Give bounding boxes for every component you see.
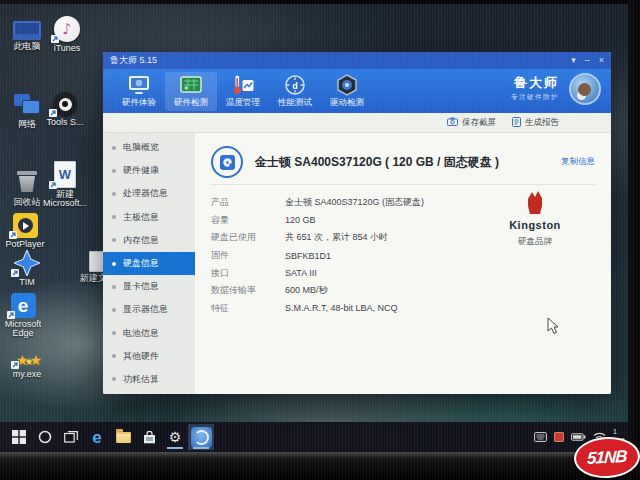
sidebar-item-other-hardware[interactable]: 其他硬件 <box>103 345 195 368</box>
taskbar: e ⚙ 1 202 <box>0 422 628 452</box>
laptop-bezel-bottom <box>0 452 640 480</box>
brand-caption: 硬盘品牌 <box>489 236 581 248</box>
disk-info-panel: 金士顿 SA400S37120G ( 120 GB / 固态硬盘 ) 复制信息 … <box>195 133 611 394</box>
shortcut-arrow-icon <box>49 109 57 117</box>
sidebar-item-disk[interactable]: 硬盘信息 <box>103 252 195 275</box>
chip-icon <box>179 74 203 96</box>
kingston-brand-badge: Kingston 硬盘品牌 <box>489 189 581 248</box>
potplayer-icon <box>10 210 40 238</box>
hex-gear-icon <box>335 74 359 96</box>
shortcut-arrow-icon <box>49 181 57 189</box>
sidebar-item-motherboard[interactable]: 主板信息 <box>103 206 195 229</box>
bullet-icon <box>112 146 116 150</box>
itunes-icon: ♪ <box>52 14 82 42</box>
report-icon <box>512 117 521 129</box>
camera-icon <box>447 117 458 128</box>
sidebar: 电脑概览 硬件健康 处理器信息 主板信息 内存信息 硬盘信息 显卡信息 显示器信… <box>103 133 195 394</box>
search-button[interactable] <box>32 424 58 450</box>
bullet-icon <box>112 238 116 242</box>
ludashi-window: 鲁大师 5.15 ▾ – × 硬件体验 硬件检测 温度管理 <box>103 52 611 394</box>
desktop-icon-potplayer[interactable]: PotPlayer <box>2 210 48 249</box>
bullet-icon <box>112 262 116 266</box>
window-title: 鲁大师 5.15 <box>110 54 157 67</box>
sidebar-item-gpu[interactable]: 显卡信息 <box>103 275 195 298</box>
recycle-bin-icon <box>12 168 42 196</box>
this-pc-icon <box>12 12 42 40</box>
minimize-button[interactable]: – <box>585 56 590 65</box>
edge-icon: e <box>8 290 38 318</box>
disk-icon <box>211 146 243 178</box>
taskbar-ludashi-icon[interactable] <box>188 424 214 450</box>
desktop-icon-tools[interactable]: Tools S... <box>42 88 88 127</box>
laptop-bezel-right <box>628 0 640 452</box>
taskbar-edge-icon[interactable]: e <box>84 424 110 450</box>
eye-logo-icon <box>50 88 80 116</box>
thermometer-icon <box>231 74 255 96</box>
svg-text:d: d <box>292 80 298 90</box>
start-button[interactable] <box>6 424 32 450</box>
sidebar-item-memory[interactable]: 内存信息 <box>103 229 195 252</box>
store-icon[interactable] <box>136 424 162 450</box>
tab-benchmark[interactable]: d 性能测试 <box>269 72 321 111</box>
save-screenshot-button[interactable]: 保存截屏 <box>447 117 496 129</box>
bullet-icon <box>112 331 116 335</box>
bullet-icon <box>112 215 116 219</box>
bullet-icon <box>112 169 116 173</box>
table-row: 固件SBFKB1D1 <box>211 247 595 265</box>
bullet-icon <box>112 354 116 358</box>
divider <box>211 184 595 185</box>
tab-hardware-detect[interactable]: 硬件检测 <box>165 72 217 111</box>
sidebar-item-overview[interactable]: 电脑概览 <box>103 136 195 159</box>
tim-icon <box>12 248 42 276</box>
close-button[interactable]: × <box>599 56 604 65</box>
tab-driver-detect[interactable]: 驱动检测 <box>321 72 373 111</box>
main-toolbar: 硬件体验 硬件检测 温度管理 d 性能测试 驱动检测 <box>103 69 611 113</box>
table-row: 数据传输率600 MB/秒 <box>211 282 595 300</box>
window-titlebar[interactable]: 鲁大师 5.15 ▾ – × <box>103 52 611 69</box>
network-icon <box>12 90 42 118</box>
tab-temperature[interactable]: 温度管理 <box>217 72 269 111</box>
ludashi-brand: 鲁大师 专注硬件防护 <box>511 74 559 102</box>
bullet-icon <box>112 192 116 196</box>
desktop: 此电脑 ♪ iTunes 网络 Tools S... 回收站 W 新建 Micr… <box>0 4 628 452</box>
sidebar-item-display[interactable]: 显示器信息 <box>103 298 195 321</box>
desktop-icon-tim[interactable]: TIM <box>4 248 50 287</box>
mascot-avatar <box>569 73 601 105</box>
tab-hardware-experience[interactable]: 硬件体验 <box>113 72 165 111</box>
table-row: 特征S.M.A.R.T, 48-bit LBA, NCQ <box>211 300 595 318</box>
touch-keyboard-icon[interactable] <box>534 432 547 442</box>
brand-name: 鲁大师 <box>511 74 559 92</box>
bullet-icon <box>112 308 116 312</box>
shortcut-arrow-icon <box>11 361 19 369</box>
task-view-button[interactable] <box>58 424 84 450</box>
table-row: 接口SATA III <box>211 264 595 282</box>
gauge-icon: d <box>283 74 307 96</box>
shortcut-arrow-icon <box>7 311 15 319</box>
menu-caret-icon[interactable]: ▾ <box>571 56 576 65</box>
monitor-icon <box>127 74 151 96</box>
disk-title: 金士顿 SA400S37120G ( 120 GB / 固态硬盘 ) <box>255 154 499 171</box>
bullet-icon <box>112 377 116 381</box>
desktop-icon-itunes[interactable]: ♪ iTunes <box>44 14 90 53</box>
desktop-icon-my-exe[interactable]: ★★★ my.exe <box>4 340 50 379</box>
desktop-icon-word-doc[interactable]: W 新建 Microsoft... <box>42 160 88 209</box>
sidebar-item-hardware-health[interactable]: 硬件健康 <box>103 159 195 182</box>
shortcut-arrow-icon <box>9 231 17 239</box>
sidebar-item-power-estimate[interactable]: 功耗估算 <box>103 368 195 391</box>
kingston-logo-text: Kingston <box>489 219 581 231</box>
copy-info-link[interactable]: 复制信息 <box>561 156 595 168</box>
bullet-icon <box>112 285 116 289</box>
desktop-icon-edge[interactable]: e Microsoft Edge <box>0 290 46 339</box>
stars-icon: ★★★ <box>12 340 42 368</box>
battery-icon[interactable] <box>571 433 586 441</box>
shortcut-arrow-icon <box>51 35 59 43</box>
mouse-cursor <box>547 317 560 339</box>
sidebar-item-cpu[interactable]: 处理器信息 <box>103 182 195 205</box>
file-explorer-icon[interactable] <box>110 424 136 450</box>
sidebar-item-battery[interactable]: 电池信息 <box>103 322 195 345</box>
settings-icon[interactable]: ⚙ <box>162 424 188 450</box>
tray-app-icon[interactable] <box>554 432 564 442</box>
action-bar: 保存截屏 生成报告 <box>103 113 611 133</box>
generate-report-button[interactable]: 生成报告 <box>512 117 559 129</box>
shortcut-arrow-icon <box>11 269 19 277</box>
